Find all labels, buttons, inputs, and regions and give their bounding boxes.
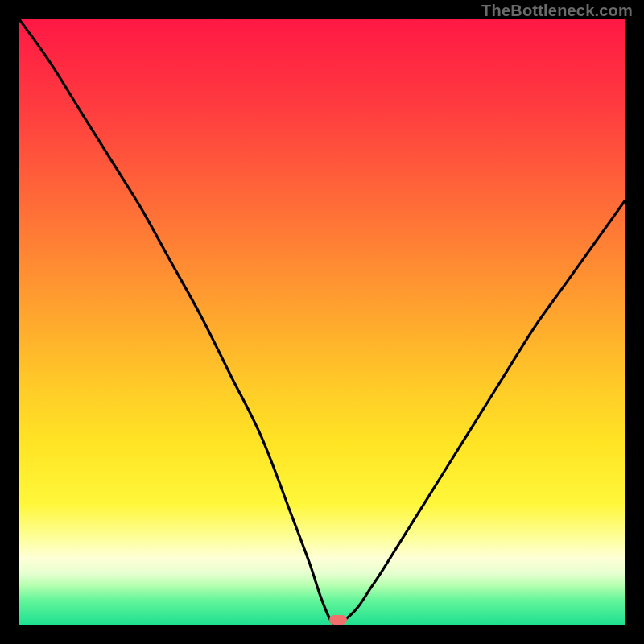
attribution-label: TheBottleneck.com bbox=[481, 2, 633, 20]
plot-frame bbox=[19, 19, 625, 625]
minimum-marker bbox=[329, 615, 347, 625]
chart-root: TheBottleneck.com bbox=[0, 0, 644, 644]
bottleneck-curve bbox=[19, 19, 625, 625]
